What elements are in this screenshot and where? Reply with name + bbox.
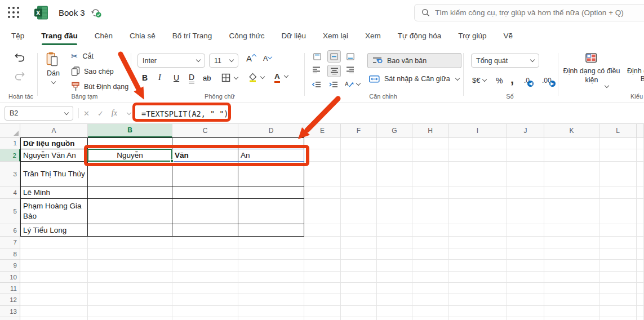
cell-C12[interactable] [172,294,238,306]
font-family-combo[interactable]: Inter [137,54,205,68]
cell-blank[interactable] [637,237,644,248]
cell-B1[interactable] [88,137,172,149]
tab-0[interactable]: Tệp [11,32,24,40]
underline-button[interactable]: U [174,73,179,82]
cell-I12[interactable] [448,294,507,306]
cell-B5[interactable] [88,199,172,224]
cell-B12[interactable] [88,294,172,306]
workbook-title[interactable]: Book 3 [59,8,85,17]
cell-G11[interactable] [377,283,412,294]
borders-button[interactable] [221,73,238,82]
cell-K1[interactable] [544,137,599,149]
cell-blank[interactable] [637,317,644,320]
row-header-13[interactable]: 13 [0,306,20,317]
cell-H5[interactable] [412,199,448,224]
cell-G4[interactable] [377,186,412,199]
row-header-5[interactable]: 5 [0,199,20,224]
cell-H9[interactable] [412,260,448,272]
cell-C5[interactable] [172,199,238,224]
cell-blank[interactable] [172,317,238,320]
number-format-combo[interactable]: Tổng quát [471,54,539,68]
cell-I4[interactable] [448,186,507,199]
cell-H2[interactable] [412,149,448,162]
increase-decimal-button[interactable]: .00 ▶ [542,77,552,85]
row-header-1[interactable]: 1 [0,137,20,149]
cell-E12[interactable] [304,294,341,306]
cell-J1[interactable] [507,137,544,149]
cell-L6[interactable] [599,224,637,237]
cell-C2[interactable]: Văn [172,149,238,162]
cell-J12[interactable] [507,294,544,306]
cell-F8[interactable] [341,248,377,260]
column-header-K[interactable]: K [544,124,599,137]
cell-E6[interactable] [304,224,341,237]
cell-A1[interactable]: Dữ liệu nguồn [20,137,88,149]
column-header-A[interactable]: A [20,124,88,137]
saved-to-cloud-icon[interactable] [90,7,102,18]
paste-dropdown-chevron-icon[interactable] [51,79,56,84]
cell-C10[interactable] [172,272,238,283]
cell-D12[interactable] [238,294,304,306]
strikethrough-button[interactable]: ab [203,74,211,82]
undo-button[interactable] [14,52,26,63]
copy-button[interactable]: Sao chép [71,66,114,76]
column-header-J[interactable]: J [507,124,544,137]
cell-H7[interactable] [412,237,448,248]
row-header-12[interactable]: 12 [0,294,20,306]
cell-L7[interactable] [599,237,637,248]
tab-1[interactable]: Trang đầu [41,32,78,40]
tab-4[interactable]: Bố trí Trang [172,32,212,40]
double-underline-button[interactable]: D [189,73,194,83]
cell-blank[interactable] [412,317,448,320]
cell-blank[interactable] [88,317,172,320]
cell-K12[interactable] [544,294,599,306]
cell-H3[interactable] [412,162,448,186]
cell-C8[interactable] [172,248,238,260]
cell-F2[interactable] [341,149,377,162]
tab-10[interactable]: Trợ giúp [458,32,486,40]
cell-J6[interactable] [507,224,544,237]
cell-E13[interactable] [304,306,341,317]
cell-H13[interactable] [412,306,448,317]
cell-C7[interactable] [172,237,238,248]
cell-H10[interactable] [412,272,448,283]
cell-F4[interactable] [341,186,377,199]
cell-E3[interactable] [304,162,341,186]
cell-blank[interactable] [637,294,644,306]
cell-blank[interactable] [637,162,644,186]
font-color-button[interactable]: A [274,72,288,81]
cell-C1[interactable] [172,137,238,149]
conditional-formatting-button[interactable]: Định dạng có điều kiện [560,67,623,85]
cell-L2[interactable] [599,149,637,162]
cell-E11[interactable] [304,283,341,294]
paste-button[interactable]: Dán [47,69,60,77]
cell-L4[interactable] [599,186,637,199]
cell-blank[interactable] [637,306,644,317]
cell-B4[interactable] [88,186,172,199]
cell-A7[interactable] [20,237,88,248]
cell-E2[interactable] [304,149,341,162]
cell-J11[interactable] [507,283,544,294]
font-size-combo[interactable]: 11 [209,54,238,68]
cell-A2[interactable]: Nguyễn Văn An [20,149,88,162]
cell-A5[interactable]: Phạm Hoàng Gia Bảo [20,199,88,224]
cell-B11[interactable] [88,283,172,294]
bold-button[interactable]: B [142,73,148,82]
merge-center-button[interactable]: Sát nhập & Căn giữa [369,75,459,83]
cell-K8[interactable] [544,248,599,260]
align-bottom-button[interactable] [345,51,356,61]
cell-G1[interactable] [377,137,412,149]
cell-I1[interactable] [448,137,507,149]
cell-C3[interactable] [172,162,238,186]
cell-J5[interactable] [507,199,544,224]
cell-G8[interactable] [377,248,412,260]
cell-H11[interactable] [412,283,448,294]
cut-button[interactable]: ✂ Cắt [71,51,94,61]
cell-blank[interactable] [341,317,377,320]
cell-B9[interactable] [88,260,172,272]
column-header-partial[interactable] [637,124,644,137]
cell-I13[interactable] [448,306,507,317]
format-painter-button[interactable]: Bút Định dạng [71,82,128,91]
cell-A9[interactable] [20,260,88,272]
cell-A8[interactable] [20,248,88,260]
